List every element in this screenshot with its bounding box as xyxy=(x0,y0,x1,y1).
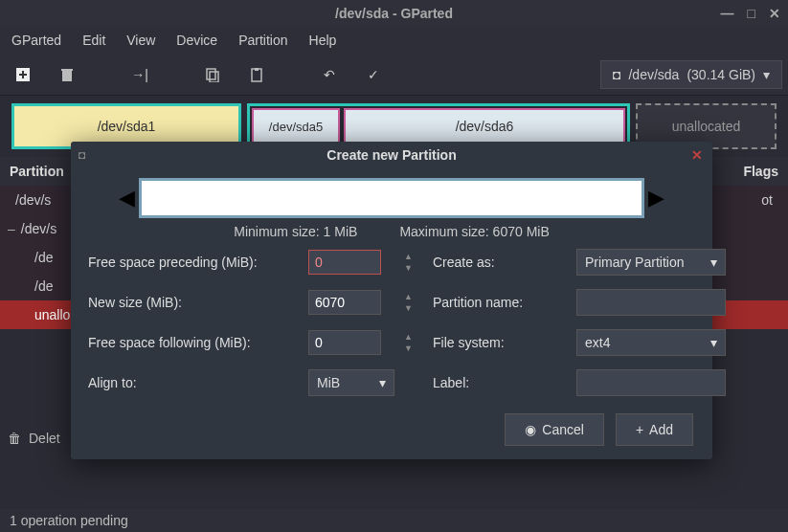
add-button[interactable]: +Add xyxy=(616,413,693,446)
col-partition: Partition xyxy=(10,164,64,179)
svg-rect-6 xyxy=(210,72,218,82)
new-size-input[interactable]: 6070 xyxy=(308,290,381,315)
device-selector[interactable]: ◘ /dev/sda (30.14 GiB) ▾ xyxy=(600,60,782,89)
new-size-label: New size (MiB): xyxy=(88,295,308,310)
minimize-button[interactable]: — xyxy=(721,6,734,21)
window-title: /dev/sda - GParted xyxy=(335,6,453,21)
delete-button[interactable] xyxy=(54,61,80,88)
dialog-icon: ◘ xyxy=(79,148,85,162)
label-label: Label: xyxy=(433,375,576,390)
dialog-titlebar: ◘ Create new Partition ✕ xyxy=(71,142,712,168)
maximize-button[interactable]: □ xyxy=(748,6,755,21)
partition-sda6[interactable]: /dev/sda6 xyxy=(344,108,625,144)
copy-button[interactable] xyxy=(199,61,226,88)
undo-button[interactable]: ↶ xyxy=(316,61,343,88)
filesystem-select[interactable]: ext4▾ xyxy=(576,329,726,356)
spinner[interactable]: ▲▼ xyxy=(404,333,433,352)
chevron-down-icon: ▾ xyxy=(710,255,717,270)
toolbar: →| ↶ ✓ ◘ /dev/sda (30.14 GiB) ▾ xyxy=(0,54,788,96)
partition-name-input[interactable] xyxy=(576,289,726,316)
disk-icon: ◘ xyxy=(613,67,620,82)
filesystem-label: File system: xyxy=(433,335,576,350)
menu-partition[interactable]: Partition xyxy=(238,33,287,48)
svg-rect-5 xyxy=(207,69,215,79)
plus-icon: + xyxy=(636,422,643,437)
slider-handle-right[interactable]: ▶ xyxy=(648,186,664,211)
dialog-close-button[interactable]: ✕ xyxy=(691,147,703,163)
max-size-label: Maximum size: 6070 MiB xyxy=(399,224,549,239)
chevron-down-icon: ▾ xyxy=(379,375,386,390)
size-slider[interactable]: ◀ ▶ xyxy=(71,168,712,224)
menu-help[interactable]: Help xyxy=(309,33,337,48)
device-size: (30.14 GiB) xyxy=(687,67,755,82)
close-window-button[interactable]: ✕ xyxy=(769,6,780,21)
svg-rect-8 xyxy=(255,68,259,71)
align-to-label: Align to: xyxy=(88,375,308,390)
free-following-input[interactable]: 0 xyxy=(308,330,381,355)
pending-operation[interactable]: 🗑 Delet xyxy=(8,431,60,446)
trash-icon: 🗑 xyxy=(8,431,21,446)
create-as-label: Create as: xyxy=(433,255,576,270)
window-titlebar: /dev/sda - GParted — □ ✕ xyxy=(0,0,788,27)
paste-button[interactable] xyxy=(243,61,270,88)
free-following-label: Free space following (MiB): xyxy=(88,335,308,350)
cancel-button[interactable]: ◉Cancel xyxy=(505,413,604,446)
create-as-select[interactable]: Primary Partition▾ xyxy=(576,249,726,276)
spinner[interactable]: ▲▼ xyxy=(404,293,433,312)
apply-button[interactable]: ✓ xyxy=(360,61,387,88)
resize-button[interactable]: →| xyxy=(126,61,153,88)
menu-device[interactable]: Device xyxy=(176,33,217,48)
align-to-select[interactable]: MiB▾ xyxy=(308,369,394,396)
chevron-down-icon: ▾ xyxy=(763,67,770,82)
slider-track[interactable] xyxy=(139,178,644,218)
dialog-title: Create new Partition xyxy=(326,147,456,163)
partition-sda5[interactable]: /dev/sda5 xyxy=(252,108,340,144)
svg-rect-2 xyxy=(19,74,27,76)
pending-label: Delet xyxy=(29,431,60,446)
svg-rect-4 xyxy=(61,69,73,71)
min-size-label: Minimum size: 1 MiB xyxy=(234,224,357,239)
collapse-icon[interactable]: – xyxy=(8,221,15,236)
free-preceding-label: Free space preceding (MiB): xyxy=(88,255,308,270)
slider-handle-left[interactable]: ◀ xyxy=(119,186,135,211)
menu-edit[interactable]: Edit xyxy=(82,33,105,48)
partition-name-label: Partition name: xyxy=(433,295,576,310)
col-flags: Flags xyxy=(743,164,778,179)
spinner[interactable]: ▲▼ xyxy=(404,253,433,272)
menu-gparted[interactable]: GParted xyxy=(11,33,61,48)
svg-rect-3 xyxy=(62,71,72,81)
create-partition-dialog: ◘ Create new Partition ✕ ◀ ▶ Minimum siz… xyxy=(71,142,712,459)
menu-bar: GParted Edit View Device Partition Help xyxy=(0,27,788,54)
menu-view[interactable]: View xyxy=(126,33,155,48)
chevron-down-icon: ▾ xyxy=(710,335,717,350)
new-partition-button[interactable] xyxy=(10,61,36,88)
status-bar: 1 operation pending xyxy=(0,509,788,532)
device-name: /dev/sda xyxy=(628,67,679,82)
status-text: 1 operation pending xyxy=(10,513,128,528)
label-input[interactable] xyxy=(576,369,726,396)
cancel-icon: ◉ xyxy=(525,422,536,437)
free-preceding-input[interactable]: 0 xyxy=(308,250,381,275)
